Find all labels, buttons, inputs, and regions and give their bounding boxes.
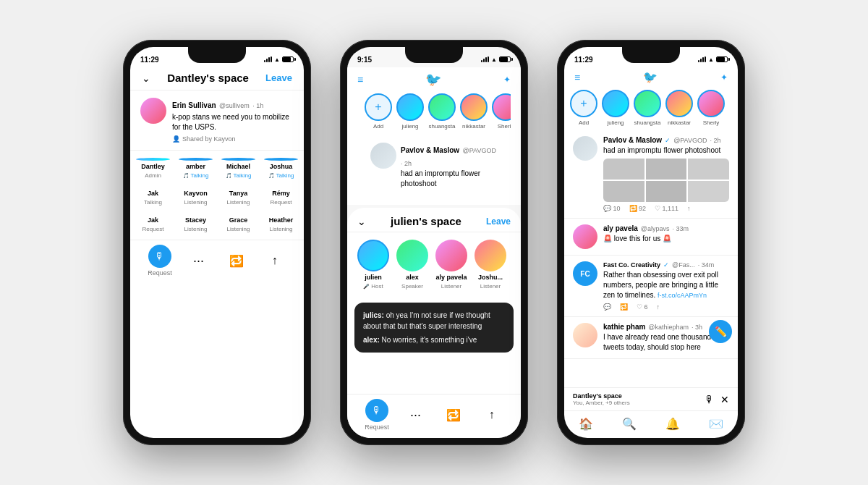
chevron-down-2[interactable]: ⌄ xyxy=(357,216,366,227)
story-nikka-3[interactable]: nikkastar xyxy=(665,90,693,126)
nav-bar-3: 🏠 🔍 🔔 ✉️ xyxy=(564,410,738,438)
wifi-icon-1: ▲ xyxy=(274,56,280,63)
photo-cell-2 xyxy=(646,159,687,180)
share-button-1[interactable]: ↑ xyxy=(263,249,286,272)
participant-tanya: Tanya Listening xyxy=(221,187,255,206)
fi-reply-pavlov[interactable]: 💬 10 xyxy=(603,205,621,212)
hamburger-icon[interactable]: ≡ xyxy=(357,74,363,85)
speaker-julien: julien Host xyxy=(357,240,389,290)
leave-button-1[interactable]: Leave xyxy=(265,72,292,83)
story-nikka-2[interactable]: nikkastar xyxy=(460,93,488,130)
story-julien-2[interactable]: julieng xyxy=(396,93,424,130)
p-status-kayvon: Listening xyxy=(184,199,207,206)
share-button-2[interactable]: ↑ xyxy=(480,403,503,426)
story-shuang-3[interactable]: shuangsta xyxy=(634,90,661,126)
fi-like-fast[interactable]: ♡ 6 xyxy=(637,303,648,311)
fi-header-fast: Fast Co. Creativity ✓ @Fas... · 34m xyxy=(603,261,729,269)
chat-speaker-alex: alex: xyxy=(363,336,380,344)
sparkle-icon-3[interactable]: ✦ xyxy=(720,72,728,83)
speaker-avatar-julien xyxy=(357,240,389,271)
story-sherly-3[interactable]: Sherly xyxy=(697,90,725,126)
fi-time-pavlov: · 2h xyxy=(710,137,720,144)
leave-button-2[interactable]: Leave xyxy=(486,216,511,227)
story-shuang-2[interactable]: shuangsta xyxy=(428,93,456,130)
p-status-amber: Talking xyxy=(183,172,209,179)
space-mini-bar-3: Dantley's space You, Amber, +9 others 🎙 … xyxy=(564,387,738,410)
speaker-name-alex: alex xyxy=(406,274,419,281)
photo-cell-5 xyxy=(646,181,687,202)
fi-body-aly: aly pavela @alypavs · 33m 🚨 love this fo… xyxy=(603,224,729,249)
nav-notifications[interactable]: 🔔 xyxy=(665,417,680,431)
fi-text-pavlov: had an impromptu flower photoshoot xyxy=(603,146,729,156)
request-label-1: Request xyxy=(148,269,172,277)
fi-actions-pavlov: 💬 10 🔁 92 ♡ 1,111 ↑ xyxy=(603,205,729,212)
feed-item-pavlov: Pavlov & Maslow ✓ @PAVGOD · 2h had an im… xyxy=(564,130,738,219)
chevron-down-icon[interactable]: ⌄ xyxy=(142,72,150,84)
hamburger-icon-3[interactable]: ≡ xyxy=(574,72,580,83)
story-add-3[interactable]: + Add xyxy=(570,90,597,126)
speakers-row-2: julien Host alex Speaker aly pavela List… xyxy=(347,232,521,297)
mic-button-1[interactable]: 🎙 xyxy=(148,245,171,268)
participant-kayvon: 💯 Kayvon Listening xyxy=(179,187,213,206)
verified-icon-fast: ✓ xyxy=(663,261,669,269)
fi-like-pavlov[interactable]: ♡ 1,111 xyxy=(655,205,678,212)
emoji-button-1[interactable]: ··· xyxy=(187,249,210,272)
sparkle-icon-2[interactable]: ✦ xyxy=(503,75,511,85)
participant-jak1: Jak Talking xyxy=(136,187,170,206)
p-name-stacey: Stacey xyxy=(185,216,206,224)
tweet-card-1: Erin Sullivan @sullivem · 1h k-pop stans… xyxy=(130,90,304,151)
p-name-joshua: Joshua xyxy=(270,163,293,170)
nav-home[interactable]: 🏠 xyxy=(579,417,593,431)
p-name-jak1: Jak xyxy=(148,190,158,197)
story-add-2[interactable]: + Add xyxy=(365,93,392,130)
space-mic-button[interactable]: 🎙 xyxy=(705,394,715,405)
participant-grace: Grace Listening xyxy=(221,214,255,232)
speaker-role-julien: Host xyxy=(363,283,383,290)
status-icons-2: ▲ xyxy=(481,56,511,63)
story-julien-3[interactable]: julieng xyxy=(602,90,629,126)
heart-button-1[interactable]: 🔁 xyxy=(225,249,248,272)
time-2: 9:15 xyxy=(357,56,372,64)
mic-item-2: 🎙 Request xyxy=(365,399,389,431)
space-title-1: Dantley's space xyxy=(167,72,249,84)
fi-name-kathie: kathie pham xyxy=(603,323,645,331)
notch-1 xyxy=(188,47,246,63)
status-icons-3: ▲ xyxy=(698,56,728,63)
space-close-button[interactable]: ✕ xyxy=(720,394,729,405)
fi-avatar-aly xyxy=(573,224,597,249)
story-avatar-nikka xyxy=(460,93,488,121)
fi-avatar-fast: FC xyxy=(573,261,597,286)
avatar-michael xyxy=(221,158,255,161)
p-status-dantley: Admin xyxy=(145,172,161,179)
fi-handle-fast: @Fas... xyxy=(672,261,695,269)
fi-share-pavlov[interactable]: ↑ xyxy=(687,205,691,212)
tweet-user-1: Erin Sullivan xyxy=(172,101,216,109)
p-status-remy: Request xyxy=(271,199,292,206)
nav-search[interactable]: 🔍 xyxy=(622,417,637,431)
story-julien-label-3: julieng xyxy=(607,119,624,126)
emoji-button-2[interactable]: ··· xyxy=(404,403,427,426)
story-sherly-label: Sherly xyxy=(498,123,511,130)
fi-retweet-fast[interactable]: 🔁 xyxy=(620,303,628,311)
fi-link-fast[interactable]: f-st.co/cAAPmYn xyxy=(658,292,707,299)
request-label-2: Request xyxy=(365,423,389,431)
fi-body-fast: Fast Co. Creativity ✓ @Fas... · 34m Rath… xyxy=(603,261,729,311)
fi-retweet-pavlov[interactable]: 🔁 92 xyxy=(629,205,647,212)
p-name-kayvon: Kayvon xyxy=(184,190,208,197)
screen-content-3: ≡ 🐦 ✦ + Add julieng shuangsta xyxy=(564,67,738,438)
story-sherly-2[interactable]: Sherly xyxy=(492,93,511,130)
fi-time-aly: · 33m xyxy=(672,225,689,232)
participant-amber: amber Talking xyxy=(179,158,213,179)
participant-heather: Heather Listening xyxy=(264,214,298,232)
fi-reply-fast[interactable]: 💬 xyxy=(603,303,611,311)
speaker-joshu: Joshu... Listener xyxy=(475,240,506,290)
p-name-heather: Heather xyxy=(269,216,294,224)
nav-messages[interactable]: ✉️ xyxy=(709,417,723,431)
heart-button-2[interactable]: 🔁 xyxy=(442,403,465,426)
notch-2 xyxy=(405,47,463,63)
avatar-amber xyxy=(179,158,213,161)
shared-by-1: 👤Shared by Kayvon xyxy=(172,135,294,143)
mic-button-2[interactable]: 🎙 xyxy=(365,399,388,422)
fi-share-fast[interactable]: ↑ xyxy=(657,303,660,311)
compose-fab[interactable]: ✏️ xyxy=(709,320,732,343)
